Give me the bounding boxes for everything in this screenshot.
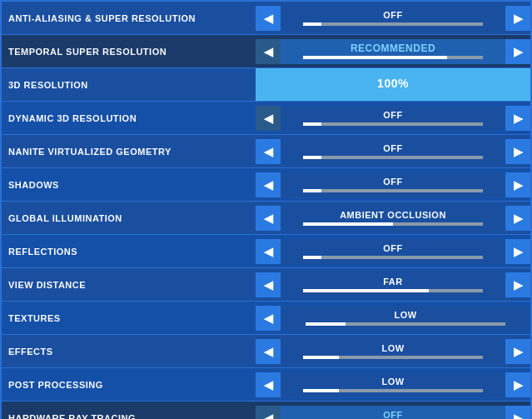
control-temporal-super-resolution: ◀RECOMMENDED▶ (256, 35, 530, 67)
control-dynamic-3d-resolution: ◀OFF▶ (256, 102, 530, 134)
label-view-distance: VIEW DISTANCE (2, 280, 256, 290)
right-arrow-shadows[interactable]: ▶ (505, 172, 530, 197)
control-post-processing: ◀LOW▶ (256, 368, 530, 401)
value-bar-nanite (303, 156, 483, 159)
right-arrow-hardware-ray-tracing[interactable]: ▶ (505, 406, 530, 420)
value-temporal-super-resolution: RECOMMENDED (351, 43, 435, 53)
left-arrow-effects[interactable]: ◀ (256, 339, 281, 364)
setting-row-nanite: NANITE VIRTUALIZED GEOMETRY◀OFF▶ (2, 135, 530, 168)
right-arrow-anti-aliasing[interactable]: ▶ (505, 6, 530, 31)
right-arrow-effects[interactable]: ▶ (505, 339, 530, 364)
control-global-illumination: ◀AMBIENT OCCLUSION▶ (256, 202, 530, 234)
setting-row-hardware-ray-tracing: HARDWARE RAY TRACING◀OFF▶ (2, 402, 530, 419)
left-arrow-textures[interactable]: ◀ (256, 306, 281, 331)
value-dynamic-3d-resolution: OFF (383, 111, 403, 120)
label-dynamic-3d-resolution: DYNAMIC 3D RESOLUTION (2, 113, 256, 123)
label-shadows: SHADOWS (2, 180, 256, 190)
right-arrow-reflections[interactable]: ▶ (505, 239, 530, 264)
value-bar-post-processing (303, 389, 483, 392)
right-arrow-post-processing[interactable]: ▶ (505, 372, 530, 397)
control-nanite: ◀OFF▶ (256, 135, 530, 167)
label-nanite: NANITE VIRTUALIZED GEOMETRY (2, 147, 256, 157)
left-arrow-view-distance[interactable]: ◀ (256, 272, 281, 297)
value-anti-aliasing: OFF (383, 11, 403, 20)
label-post-processing: POST PROCESSING (2, 380, 256, 390)
value-hardware-ray-tracing: OFF (383, 411, 403, 420)
value-bar-view-distance (303, 289, 483, 292)
value-reflections: OFF (383, 244, 403, 253)
control-view-distance: ◀FAR▶ (256, 268, 530, 301)
label-hardware-ray-tracing: HARDWARE RAY TRACING (2, 413, 256, 420)
label-effects: EFFECTS (2, 347, 256, 357)
value-bar-reflections (303, 256, 483, 259)
control-textures: ◀LOW (256, 302, 530, 334)
setting-row-effects: EFFECTS◀LOW▶ (2, 335, 530, 368)
control-effects: ◀LOW▶ (256, 335, 530, 367)
value-3d-resolution: 100% (377, 77, 409, 89)
right-arrow-global-illumination[interactable]: ▶ (505, 206, 530, 231)
left-arrow-hardware-ray-tracing[interactable]: ◀ (256, 406, 281, 420)
setting-row-3d-resolution: 3D RESOLUTION100% (2, 68, 530, 102)
control-shadows: ◀OFF▶ (256, 168, 530, 201)
setting-row-post-processing: POST PROCESSING◀LOW▶ (2, 368, 530, 402)
setting-row-global-illumination: GLOBAL ILLUMINATION◀AMBIENT OCCLUSION▶ (2, 202, 530, 235)
setting-row-textures: TEXTURES◀LOW (2, 302, 530, 335)
left-arrow-shadows[interactable]: ◀ (256, 172, 281, 197)
value-post-processing: LOW (381, 377, 404, 387)
right-arrow-view-distance[interactable]: ▶ (505, 272, 530, 297)
left-arrow-reflections[interactable]: ◀ (256, 239, 281, 264)
label-global-illumination: GLOBAL ILLUMINATION (2, 213, 256, 223)
value-bar-dynamic-3d-resolution (303, 122, 483, 126)
value-view-distance: FAR (383, 277, 403, 287)
label-3d-resolution: 3D RESOLUTION (2, 80, 256, 90)
left-arrow-global-illumination[interactable]: ◀ (256, 206, 281, 231)
label-textures: TEXTURES (2, 313, 256, 323)
setting-row-dynamic-3d-resolution: DYNAMIC 3D RESOLUTION◀OFF▶ (2, 102, 530, 135)
value-bar-temporal-super-resolution (303, 56, 483, 59)
label-reflections: REFLECTIONS (2, 247, 256, 257)
value-nanite: OFF (383, 144, 403, 153)
value-global-illumination: AMBIENT OCCLUSION (340, 211, 446, 220)
label-anti-aliasing: ANTI-ALIASING & SUPER RESOLUTION (2, 13, 256, 23)
setting-row-temporal-super-resolution: TEMPORAL SUPER RESOLUTION◀RECOMMENDED▶ (2, 35, 530, 68)
setting-row-reflections: REFLECTIONS◀OFF▶ (2, 235, 530, 268)
left-arrow-nanite[interactable]: ◀ (256, 139, 281, 164)
value-textures: LOW (394, 311, 416, 320)
left-arrow-dynamic-3d-resolution[interactable]: ◀ (256, 106, 281, 131)
control-hardware-ray-tracing: ◀OFF▶ (256, 402, 530, 419)
right-arrow-temporal-super-resolution[interactable]: ▶ (505, 39, 530, 64)
setting-row-view-distance: VIEW DISTANCE◀FAR▶ (2, 268, 530, 302)
value-bar-textures (306, 322, 505, 326)
control-reflections: ◀OFF▶ (256, 235, 530, 267)
value-bar-effects (303, 356, 483, 359)
control-anti-aliasing: ◀OFF▶ (256, 2, 530, 34)
setting-row-shadows: SHADOWS◀OFF▶ (2, 168, 530, 202)
value-effects: LOW (381, 344, 404, 353)
value-bar-anti-aliasing (303, 22, 483, 26)
left-arrow-temporal-super-resolution[interactable]: ◀ (256, 39, 281, 64)
left-arrow-anti-aliasing[interactable]: ◀ (256, 6, 281, 31)
settings-container: ANTI-ALIASING & SUPER RESOLUTION◀OFF▶TEM… (0, 0, 532, 419)
value-shadows: OFF (383, 177, 403, 187)
left-arrow-post-processing[interactable]: ◀ (256, 372, 281, 397)
control-3d-resolution: 100% (256, 68, 530, 101)
label-temporal-super-resolution: TEMPORAL SUPER RESOLUTION (2, 47, 256, 57)
right-arrow-dynamic-3d-resolution[interactable]: ▶ (505, 106, 530, 131)
right-arrow-nanite[interactable]: ▶ (505, 139, 530, 164)
value-bar-shadows (303, 189, 483, 192)
setting-row-anti-aliasing: ANTI-ALIASING & SUPER RESOLUTION◀OFF▶ (2, 2, 530, 35)
value-bar-global-illumination (303, 222, 483, 226)
